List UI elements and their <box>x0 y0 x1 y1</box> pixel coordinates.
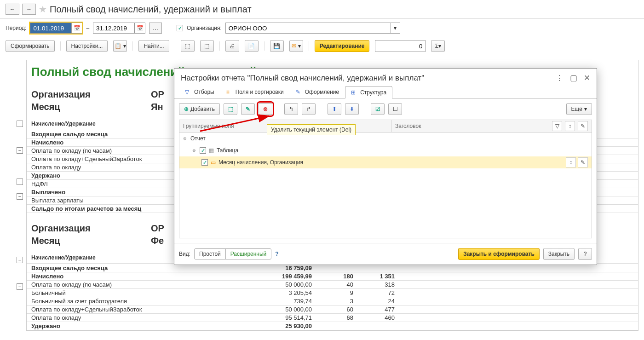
close-generate-button[interactable]: Закрыть и сформировать <box>458 248 540 260</box>
tree-toggle[interactable]: − <box>17 179 23 185</box>
date-dash: – <box>86 25 89 31</box>
filter-icon[interactable]: ▽ <box>552 121 562 131</box>
expand-button[interactable]: ⬚ <box>181 40 195 52</box>
outline-tree: − − − − − − <box>6 60 26 331</box>
table-row: Больничный3 205,54972 <box>27 289 638 297</box>
sort-icon[interactable]: ↕ <box>565 121 575 131</box>
move-left-button[interactable]: ↰ <box>284 103 298 115</box>
number-input[interactable] <box>375 40 426 52</box>
back-button[interactable]: ← <box>6 4 19 15</box>
close-icon[interactable]: ✕ <box>584 73 590 83</box>
tab-fields[interactable]: ≡Поля и сортировки <box>220 86 290 98</box>
generate-button[interactable]: Сформировать <box>6 40 55 52</box>
close-button[interactable]: Закрыть <box>543 248 575 260</box>
tree-toggle[interactable]: − <box>17 283 23 290</box>
help-button[interactable]: ? <box>275 251 278 257</box>
org-checkbox[interactable] <box>177 25 183 31</box>
calendar-to-button[interactable]: 📅 <box>134 23 145 34</box>
collapse-button[interactable]: ⬚ <box>200 40 214 52</box>
delete-tooltip: Удалить текущий элемент (Del) <box>267 124 356 135</box>
structure-tree[interactable]: ⊖ Отчет ⊕ ▦ Таблица ▭ Месяц начисления, … <box>179 133 592 238</box>
sort-icon[interactable]: ↕ <box>566 157 576 167</box>
calendar-from-button[interactable]: 📅 <box>71 23 82 34</box>
tree-toggle[interactable]: − <box>17 193 23 200</box>
org-dropdown-button[interactable]: ▾ <box>391 23 400 34</box>
help-button-2[interactable]: ? <box>578 248 592 260</box>
preview-button[interactable]: 📄 <box>245 40 259 52</box>
save-button[interactable]: 💾 <box>270 40 284 52</box>
forward-button[interactable]: → <box>22 4 36 15</box>
group-button[interactable]: ⬚ <box>224 103 237 115</box>
table-row: Оплата по окладу (по часам)50 000,004031… <box>27 281 638 289</box>
table-row: Оплата по окладу+СдельныйЗаработок50 000… <box>27 305 638 314</box>
sum-button[interactable]: Σ▾ <box>431 40 445 52</box>
table-row: Удержано25 930,00 <box>27 322 638 330</box>
tree-toggle[interactable]: − <box>17 257 23 263</box>
move-up-button[interactable]: ⬆ <box>328 103 341 115</box>
month-label: Месяц <box>31 102 151 112</box>
favorite-star-icon[interactable]: ★ <box>39 4 47 15</box>
period-dots-button[interactable]: … <box>149 23 162 34</box>
mode-simple[interactable]: Простой <box>195 249 226 259</box>
table-row: Начислено199 459,991801 351 <box>27 272 638 281</box>
tree-row-fields[interactable]: ▭ Месяц начисления, Организация ↕ ✎ <box>179 156 592 168</box>
view-label: Вид: <box>179 251 190 257</box>
table-row: Входящее сальдо месяца16 759,09 <box>27 264 638 272</box>
row-checkbox[interactable] <box>201 159 208 166</box>
tab-format[interactable]: ✎Оформление <box>290 86 345 98</box>
send-button[interactable]: ✉▾ <box>289 40 303 52</box>
more-button[interactable]: Еще ▾ <box>566 103 592 115</box>
grid-header-title: Заголовок <box>391 120 552 132</box>
copy-button[interactable]: 📋▾ <box>113 40 127 52</box>
uncheck-all-button[interactable]: ☐ <box>388 103 402 115</box>
brush-icon[interactable]: ✎ <box>578 157 588 167</box>
print-button[interactable]: 🖨 <box>225 40 239 52</box>
maximize-icon[interactable]: ▢ <box>570 73 577 83</box>
edit-mode-button[interactable]: Редактирование <box>315 40 370 52</box>
mode-advanced[interactable]: Расширенный <box>226 249 271 259</box>
move-down-button[interactable]: ⬇ <box>345 103 359 115</box>
table-row: Оплата по окладу95 514,7168460 <box>27 314 638 322</box>
tab-filters[interactable]: ▽Отборы <box>179 86 220 98</box>
row-checkbox[interactable] <box>200 147 206 154</box>
move-right-button[interactable]: ↱ <box>302 103 316 115</box>
settings-button[interactable]: Настройки... <box>66 40 108 52</box>
tree-toggle[interactable]: − <box>17 147 23 154</box>
period-label: Период: <box>6 25 26 31</box>
page-title: Полный свод начислений, удержаний и выпл… <box>50 4 252 15</box>
dialog-title: Настройки отчета "Полный свод начислений… <box>181 74 424 83</box>
more-icon[interactable]: ⋮ <box>556 73 564 83</box>
tree-row-report[interactable]: ⊖ Отчет <box>179 133 592 144</box>
brush-icon[interactable]: ✎ <box>578 121 588 131</box>
org-input[interactable] <box>225 23 391 34</box>
tree-row-table[interactable]: ⊕ ▦ Таблица <box>179 144 592 156</box>
edit-button[interactable]: ✎ <box>241 103 255 115</box>
table-row: Больничный за счет работодателя739,74324 <box>27 297 638 305</box>
tab-structure[interactable]: ⊞Структура <box>345 86 392 98</box>
delete-button[interactable]: ⊗ <box>259 103 272 115</box>
date-from-input[interactable] <box>30 23 71 34</box>
org-label: Организация: <box>187 25 222 31</box>
settings-dialog: Настройки отчета "Полный свод начислений… <box>174 68 597 265</box>
org-label: Организация <box>31 89 151 100</box>
date-to-input[interactable] <box>93 23 134 34</box>
tree-toggle[interactable]: − <box>17 121 23 127</box>
add-button[interactable]: ⊕Добавить <box>179 103 220 115</box>
find-button[interactable]: Найти... <box>138 40 169 52</box>
check-all-button[interactable]: ☑ <box>371 103 385 115</box>
